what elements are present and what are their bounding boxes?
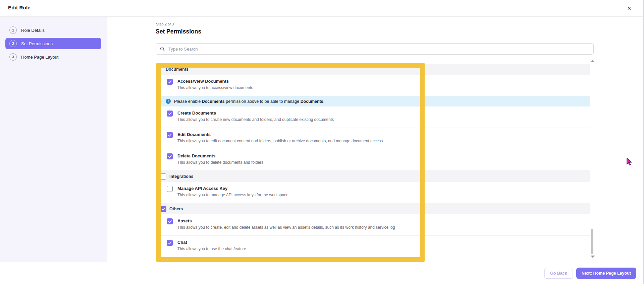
close-icon[interactable]: × <box>625 4 634 13</box>
section-row-integrations: Integrations <box>156 171 590 182</box>
go-back-button[interactable]: Go Back <box>544 268 573 279</box>
permission-title: Delete Documents <box>177 153 263 159</box>
permission-row-manage-api-access-key: Manage API Access Key This allows you to… <box>156 182 590 203</box>
checkbox-checked[interactable] <box>160 206 166 212</box>
section-title: Integrations <box>169 174 194 179</box>
sidebar-item-label: Role Details <box>21 28 45 33</box>
info-icon: i <box>166 99 171 104</box>
permission-row-assets: Assets This allows you to create, edit a… <box>156 214 590 236</box>
checkbox-checked[interactable] <box>167 153 173 159</box>
sidebar-item-label: Set Permissions <box>21 41 53 46</box>
modal-header: Edit Role × <box>0 0 643 17</box>
sidebar-item-role-details[interactable]: 1 Role Details <box>5 24 101 36</box>
checkbox-checked[interactable] <box>167 240 173 246</box>
info-banner-text: Please enable Documents permission above… <box>174 99 324 104</box>
step-number-badge: 3 <box>9 53 17 61</box>
modal-title: Edit Role <box>8 5 31 10</box>
checkbox-unchecked[interactable] <box>160 173 166 180</box>
search-icon <box>160 47 165 52</box>
step-indicator: Step 2 of 3 <box>156 22 174 26</box>
scrollbar-down-arrow[interactable] <box>591 256 595 258</box>
permission-description: This allows you to edit document content… <box>177 139 383 144</box>
permission-row-edit-documents: Edit Documents This allows you to edit d… <box>156 128 590 149</box>
permission-title: Chat <box>177 240 246 245</box>
permission-row-create-documents: Create Documents This allows you to crea… <box>156 106 590 128</box>
permission-description: This allows you to create new documents … <box>177 117 334 122</box>
scrollbar-up-arrow[interactable] <box>591 60 595 62</box>
permissions-list: Documents Access/View Documents This all… <box>156 64 590 257</box>
permissions-search[interactable] <box>156 43 594 55</box>
checkbox-checked[interactable] <box>167 132 173 138</box>
permission-row-delete-documents: Delete Documents This allows you to dele… <box>156 149 590 171</box>
modal-footer: Go Back Next: Home Page Layout <box>0 262 643 284</box>
sidebar-item-set-permissions[interactable]: 2 Set Permissions <box>5 38 101 49</box>
permission-title: Access/View Documents <box>177 79 253 84</box>
scrollbar-thumb[interactable] <box>591 229 593 254</box>
section-title: Others <box>169 207 183 211</box>
steps-sidebar: 1 Role Details 2 Set Permissions 3 Home … <box>0 17 107 262</box>
next-home-page-layout-button[interactable]: Next: Home Page Layout <box>576 268 636 279</box>
checkbox-unchecked[interactable] <box>167 186 173 192</box>
step-number-badge: 2 <box>9 40 17 47</box>
checkbox-checked[interactable] <box>167 218 173 224</box>
permission-title: Create Documents <box>177 111 334 116</box>
permission-title: Manage API Access Key <box>177 186 289 191</box>
checkbox-checked[interactable] <box>167 79 173 85</box>
permission-row-access-view-documents: Access/View Documents This allows you to… <box>156 75 590 96</box>
page-title: Set Permissions <box>156 28 201 35</box>
permission-title: Edit Documents <box>177 132 383 137</box>
permission-description: This allows you to manage API access key… <box>177 193 289 198</box>
sidebar-item-label: Home Page Layout <box>21 55 58 60</box>
section-row-others: Others <box>156 203 590 214</box>
info-banner: i Please enable Documents permission abo… <box>156 96 590 106</box>
permission-description: This allows you to create, edit and dele… <box>177 225 395 230</box>
edit-role-modal: Edit Role × 1 Role Details 2 Set Permiss… <box>0 0 643 284</box>
permission-title: Assets <box>177 218 395 224</box>
sidebar-item-home-page-layout[interactable]: 3 Home Page Layout <box>5 51 101 63</box>
permission-row-chat: Chat This allows you to use the chat fea… <box>156 236 590 257</box>
section-row-documents[interactable]: Documents <box>156 64 590 75</box>
section-title: Documents <box>166 67 189 72</box>
step-number-badge: 1 <box>9 26 17 34</box>
permission-description: This allows you to access/view documents <box>177 85 253 90</box>
permission-description: This allows you to delete documents and … <box>177 160 263 165</box>
checkbox-checked[interactable] <box>167 111 173 117</box>
search-input[interactable] <box>168 47 589 52</box>
permission-description: This allows you to use the chat feature <box>177 246 246 252</box>
